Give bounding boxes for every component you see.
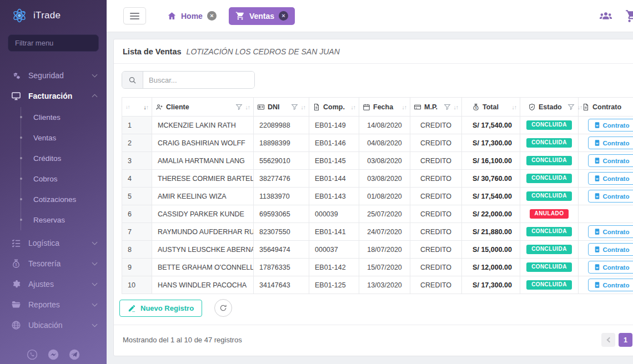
chevron-down-icon bbox=[92, 239, 98, 245]
contract-button[interactable]: wContrato bbox=[588, 119, 633, 132]
column-total: $ Total ↓↑ bbox=[462, 98, 520, 117]
sidebar-item-seguridad[interactable]: Seguridad bbox=[0, 65, 107, 85]
submenu-item-cotizaciones[interactable]: Cotizaciones bbox=[21, 189, 107, 210]
cell-cliente: AMIR KEELING WIZA bbox=[152, 188, 254, 205]
submenu-item-creditos[interactable]: Créditos bbox=[21, 148, 107, 169]
num: 10 bbox=[122, 276, 152, 294]
sort-icon[interactable]: ↓↑ bbox=[577, 104, 582, 110]
status-badge: CONCLUIDA bbox=[526, 174, 572, 183]
contract-button-label: Contrato bbox=[603, 282, 630, 289]
sidebar-item-logistica[interactable]: Logística bbox=[0, 232, 107, 253]
sidebar-item-reportes[interactable]: Reportes bbox=[0, 294, 107, 315]
cell-cliente: MCKENZIE LAKIN RATH bbox=[152, 117, 254, 134]
word-doc-icon: w bbox=[594, 175, 600, 182]
sidebar-item-tesoreria[interactable]: $ Tesorería bbox=[0, 253, 107, 274]
sidebar-item-facturacion[interactable]: Facturación bbox=[0, 85, 107, 106]
filter-funnel-icon[interactable] bbox=[291, 103, 298, 110]
cell-mp: CREDITO bbox=[410, 134, 462, 152]
cell-cliente: AMALIA HARTMANN LANG bbox=[152, 152, 254, 170]
submenu-item-cobros[interactable]: Cobros bbox=[21, 169, 107, 189]
filter-funnel-icon[interactable] bbox=[444, 103, 451, 110]
pagination-prev-button[interactable] bbox=[601, 333, 615, 347]
column-estado: Estado ↓↑ bbox=[520, 98, 579, 117]
sidebar-nav: Seguridad Facturación Clientes Ventas Cr… bbox=[0, 65, 107, 335]
contract-button[interactable]: wContrato bbox=[588, 243, 633, 256]
menu-filter-input[interactable] bbox=[8, 34, 99, 52]
table-row: 6CASSIDY PARKER KUNDE6959306500003925/07… bbox=[122, 205, 633, 223]
sort-icon[interactable]: ↓↑ bbox=[402, 104, 407, 110]
table-row: 9BETTE GRAHAM O'CONNELL17876335EB01-1421… bbox=[122, 259, 633, 276]
sort-icon[interactable]: ↓↑ bbox=[245, 104, 250, 110]
num: 7 bbox=[122, 223, 152, 241]
sort-icon[interactable]: ↓↑ bbox=[454, 104, 459, 110]
tab-home[interactable]: Home × bbox=[160, 7, 223, 25]
cell-contrato: wContrato bbox=[579, 152, 633, 170]
submenu-item-clientes[interactable]: Clientes bbox=[21, 107, 107, 128]
hamburger-menu-button[interactable] bbox=[123, 7, 146, 24]
column-contrato: Contrato ↓↑ bbox=[579, 98, 633, 117]
sidebar-item-label: Logística bbox=[28, 239, 86, 247]
contract-button[interactable]: wContrato bbox=[588, 154, 633, 167]
contract-button[interactable]: wContrato bbox=[588, 261, 633, 274]
chevron-down-icon bbox=[92, 72, 98, 77]
num: 8 bbox=[122, 241, 152, 259]
sort-icon[interactable]: ↓↑ bbox=[512, 104, 517, 110]
num: 1 bbox=[122, 117, 152, 134]
table-row: 1MCKENZIE LAKIN RATH22089988EB01-14914/0… bbox=[122, 117, 633, 134]
status-badge: ANULADO bbox=[530, 209, 569, 219]
num: 9 bbox=[122, 259, 152, 276]
submenu-item-ventas[interactable]: Ventas bbox=[21, 128, 107, 148]
submenu-item-reservas[interactable]: Reservas bbox=[21, 210, 107, 230]
search-input[interactable] bbox=[143, 72, 254, 88]
word-doc-icon: w bbox=[594, 157, 600, 164]
topbar: Home × Ventas × bbox=[107, 0, 633, 32]
cell-cliente: RAYMUNDO AUFDERHAR RUN... bbox=[152, 223, 254, 241]
money-bag-icon: $ bbox=[11, 259, 21, 269]
cart-icon[interactable] bbox=[625, 9, 633, 23]
sort-icon[interactable]: ↓↑ bbox=[351, 104, 356, 110]
cell-fecha: 14/08/2020 bbox=[359, 117, 410, 134]
tab-label: Home bbox=[181, 12, 203, 21]
pagination-page-1[interactable]: 1 bbox=[619, 333, 632, 347]
contract-button[interactable]: wContrato bbox=[588, 190, 633, 203]
filter-funnel-icon[interactable] bbox=[567, 103, 575, 110]
tab-ventas[interactable]: Ventas × bbox=[229, 7, 295, 25]
svg-text:$: $ bbox=[475, 107, 477, 109]
cell-total: S/ 16,100.00 bbox=[462, 152, 520, 170]
cell-cliente: AUSTYN LEUSCHKE ABERNA... bbox=[152, 241, 254, 259]
sidebar-item-label: Ajustes bbox=[28, 280, 86, 289]
contract-button[interactable]: wContrato bbox=[588, 172, 633, 185]
sidebar-item-ubicacion[interactable]: Ubicación bbox=[0, 315, 107, 335]
card-footer: Mostrando del 1 al 10 de 47 registros 1 bbox=[114, 325, 633, 356]
table-row: 2CRAIG BASHIRIAN WOLFF18898399EB01-14604… bbox=[122, 134, 633, 152]
svg-text:w: w bbox=[595, 195, 599, 198]
table-row: 5AMIR KEELING WIZA11383970EB01-14301/08/… bbox=[122, 188, 633, 205]
close-tab-icon[interactable]: × bbox=[279, 11, 288, 21]
new-record-button[interactable]: Nuevo Registro bbox=[119, 300, 202, 317]
users-group-icon[interactable] bbox=[599, 9, 613, 23]
gear-icon bbox=[11, 279, 21, 289]
contract-button[interactable]: wContrato bbox=[588, 136, 633, 149]
whatsapp-icon[interactable] bbox=[26, 348, 38, 361]
table-row: 10HANS WINDLER PACOCHA34147643EB01-12513… bbox=[122, 276, 633, 294]
column-index: ↓↑↓↑ bbox=[122, 98, 152, 117]
messenger-icon[interactable] bbox=[47, 348, 59, 361]
sidebar-item-ajustes[interactable]: Ajustes bbox=[0, 274, 107, 294]
refresh-button[interactable] bbox=[214, 299, 232, 317]
sort-icon[interactable]: ↓↑ bbox=[125, 104, 130, 110]
sort-icon[interactable]: ↓↑ bbox=[144, 104, 149, 110]
close-tab-icon[interactable]: × bbox=[207, 11, 217, 21]
cell-estado: CONCLUIDA bbox=[520, 152, 579, 170]
svg-text:w: w bbox=[595, 284, 599, 287]
status-badge: CONCLUIDA bbox=[526, 245, 572, 254]
sort-icon[interactable]: ↓↑ bbox=[301, 104, 306, 110]
filter-funnel-icon[interactable] bbox=[235, 103, 243, 110]
sidebar-item-label: Facturación bbox=[28, 92, 86, 100]
refresh-icon bbox=[219, 304, 227, 312]
contract-button[interactable]: wContrato bbox=[588, 225, 633, 238]
cell-contrato: wContrato bbox=[579, 259, 633, 276]
cell-comp: 000039 bbox=[309, 205, 359, 223]
sidebar-item-label: Ubicación bbox=[28, 321, 86, 330]
contract-button[interactable]: wContrato bbox=[588, 279, 633, 291]
telegram-icon[interactable] bbox=[68, 348, 81, 361]
